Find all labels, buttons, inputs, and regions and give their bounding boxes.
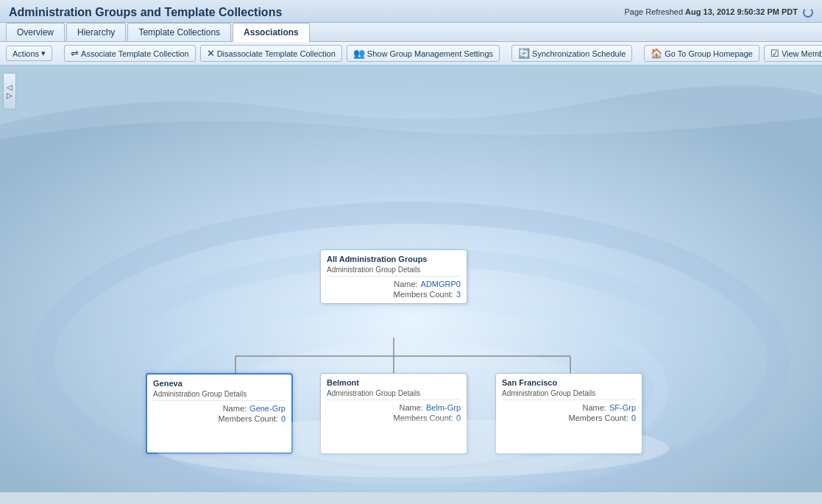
toolbar: Actions ▾ ⇌ Associate Template Collectio… (0, 42, 822, 65)
disassociate-label: Disassociate Template Collection (217, 49, 336, 58)
group-mgmt-icon: 👥 (353, 48, 365, 59)
sync-schedule-icon: 🔄 (518, 48, 530, 59)
root-node[interactable]: All Administration Groups Administration… (320, 249, 467, 304)
root-name-label: Name: (394, 280, 417, 288)
tree-container: All Administration Groups Administration… (22, 65, 822, 492)
geneva-members-value: 0 (281, 414, 286, 423)
belmont-name-label: Name: (400, 403, 423, 412)
geneva-name-field: Name: Gene-Grp (153, 404, 286, 413)
page-title: Administration Groups and Template Colle… (9, 6, 282, 19)
view-members-button[interactable]: ☑ View Members (764, 45, 822, 62)
root-members-label: Members Count: (394, 290, 453, 299)
belmont-name-value: Belm-Grp (426, 403, 461, 412)
belmont-subtitle: Administration Group Details (327, 389, 461, 400)
root-node-subtitle: Administration Group Details (327, 266, 461, 277)
belmont-title: Belmont (327, 378, 461, 387)
root-node-title: All Administration Groups (327, 255, 461, 263)
child-node-san-francisco[interactable]: San Francisco Administration Group Detai… (495, 373, 642, 454)
view-members-icon: ☑ (770, 48, 779, 59)
associate-button[interactable]: ⇌ Associate Template Collection (64, 45, 196, 62)
page-refresh-info: Page Refreshed Aug 13, 2012 9:50:32 PM P… (625, 7, 813, 18)
root-name-value: ADMGRP0 (421, 280, 461, 288)
sf-name-label: Name: (583, 403, 606, 412)
actions-dropdown-icon: ▾ (41, 49, 46, 58)
tab-overview[interactable]: Overview (6, 23, 65, 41)
page-timestamp: Aug 13, 2012 9:50:32 PM PDT (685, 7, 798, 16)
child-node-belmont[interactable]: Belmont Administration Group Details Nam… (320, 373, 467, 454)
show-group-mgmt-button[interactable]: 👥 Show Group Management Settings (347, 45, 500, 62)
sf-members-field: Members Count: 0 (502, 414, 636, 422)
sf-name-field: Name: SF-Grp (502, 403, 636, 412)
collapse-button[interactable]: ◁▷ (3, 73, 16, 110)
belmont-members-value: 0 (456, 414, 461, 422)
show-group-mgmt-label: Show Group Management Settings (367, 49, 493, 58)
go-to-homepage-label: Go To Group Homepage (665, 49, 753, 58)
go-to-homepage-button[interactable]: 🏠 Go To Group Homepage (644, 45, 759, 62)
sf-title: San Francisco (502, 378, 636, 387)
tab-bar: Overview Hierarchy Template Collections … (0, 23, 822, 42)
geneva-members-field: Members Count: 0 (153, 414, 286, 423)
page-header: Administration Groups and Template Colle… (0, 0, 822, 23)
main-content: ◁▷ All Administration Groups Administrat… (0, 65, 822, 492)
tab-hierarchy[interactable]: Hierarchy (66, 23, 126, 41)
root-node-name-field: Name: ADMGRP0 (327, 280, 461, 288)
page-refreshed-label: Page Refreshed (625, 7, 684, 16)
view-members-label: View Members (782, 49, 822, 58)
disassociate-button[interactable]: ✕ Disassociate Template Collection (200, 45, 342, 62)
belmont-members-label: Members Count: (394, 414, 453, 422)
disassociate-icon: ✕ (207, 48, 215, 59)
refresh-icon[interactable] (803, 7, 813, 18)
sf-subtitle: Administration Group Details (502, 389, 636, 400)
sf-members-value: 0 (631, 414, 636, 422)
geneva-subtitle: Administration Group Details (153, 390, 286, 401)
geneva-name-label: Name: (223, 404, 247, 413)
sf-members-label: Members Count: (569, 414, 628, 422)
actions-button[interactable]: Actions ▾ (6, 46, 52, 61)
root-node-members-field: Members Count: 3 (327, 290, 461, 299)
associate-icon: ⇌ (71, 48, 79, 59)
belmont-name-field: Name: Belm-Grp (327, 403, 461, 412)
associate-label: Associate Template Collection (81, 49, 189, 58)
geneva-members-label: Members Count: (219, 414, 278, 423)
root-members-value: 3 (456, 290, 461, 299)
actions-label: Actions (13, 49, 39, 58)
geneva-title: Geneva (153, 379, 286, 388)
child-node-geneva[interactable]: Geneva Administration Group Details Name… (146, 373, 293, 454)
belmont-members-field: Members Count: 0 (327, 414, 461, 422)
sync-schedule-button[interactable]: 🔄 Synchronization Schedule (511, 45, 632, 62)
sf-name-value: SF-Grp (609, 403, 636, 412)
geneva-name-value: Gene-Grp (249, 404, 286, 413)
homepage-icon: 🏠 (651, 48, 662, 59)
sync-schedule-label: Synchronization Schedule (532, 49, 626, 58)
tab-template-collections[interactable]: Template Collections (127, 23, 231, 41)
tab-associations[interactable]: Associations (233, 23, 310, 42)
